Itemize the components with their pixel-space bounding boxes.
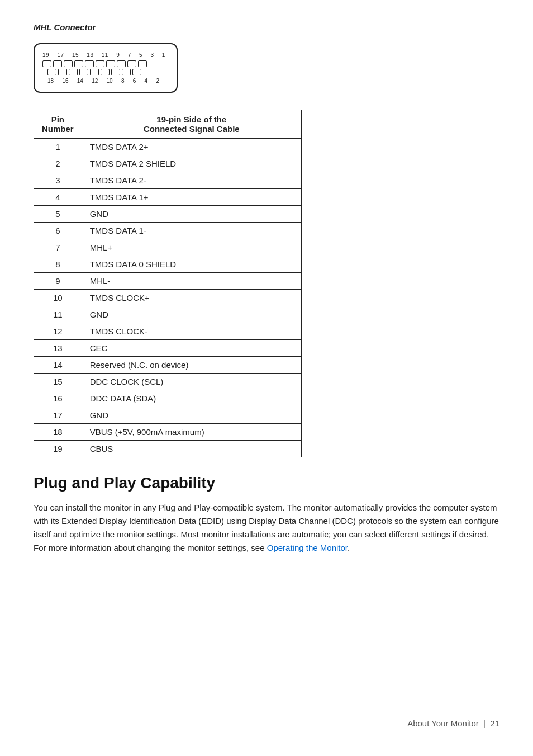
connector-top-labels: 19 17 15 13 11 9 7 5 3 1 xyxy=(42,52,165,58)
operating-monitor-link[interactable]: Operating the Monitor xyxy=(267,543,348,552)
table-row: 3TMDS DATA 2- xyxy=(34,172,302,189)
signal-name-cell: TMDS CLOCK+ xyxy=(82,290,301,306)
table-row: 4TMDS DATA 1+ xyxy=(34,189,302,206)
footer-pipe: | xyxy=(479,719,491,728)
col-pin-header: PinNumber xyxy=(34,110,82,139)
table-row: 10TMDS CLOCK+ xyxy=(34,290,302,306)
pin-slot xyxy=(138,60,147,67)
pin-number-cell: 9 xyxy=(34,273,82,290)
pin-table: PinNumber 19-pin Side of theConnected Si… xyxy=(34,110,302,457)
pin-number-cell: 18 xyxy=(34,424,82,441)
table-row: 14Reserved (N.C. on device) xyxy=(34,357,302,374)
signal-name-cell: TMDS CLOCK- xyxy=(82,323,301,340)
pin-slot xyxy=(79,69,88,75)
signal-name-cell: GND xyxy=(82,306,301,323)
pin-slot xyxy=(53,60,62,67)
pin-number-cell: 13 xyxy=(34,340,82,357)
table-row: 6TMDS DATA 1- xyxy=(34,223,302,239)
signal-name-cell: TMDS DATA 2- xyxy=(82,172,301,189)
table-row: 2TMDS DATA 2 SHIELD xyxy=(34,155,302,172)
table-row: 1TMDS DATA 2+ xyxy=(34,139,302,155)
plug-play-body: You can install the monitor in any Plug … xyxy=(34,501,499,555)
pin-slot xyxy=(42,60,51,67)
pin-number-cell: 8 xyxy=(34,256,82,273)
pin-number-cell: 2 xyxy=(34,155,82,172)
col-signal-header: 19-pin Side of theConnected Signal Cable xyxy=(82,110,301,139)
table-row: 13CEC xyxy=(34,340,302,357)
table-row: 16DDC DATA (SDA) xyxy=(34,390,302,407)
pin-number-cell: 3 xyxy=(34,172,82,189)
pin-slot xyxy=(64,60,73,67)
signal-name-cell: MHL+ xyxy=(82,239,301,256)
pin-number-cell: 10 xyxy=(34,290,82,306)
pin-number-cell: 5 xyxy=(34,206,82,223)
signal-name-cell: TMDS DATA 1- xyxy=(82,223,301,239)
pin-slot xyxy=(47,69,56,75)
pin-number-cell: 11 xyxy=(34,306,82,323)
signal-name-cell: TMDS DATA 2 SHIELD xyxy=(82,155,301,172)
signal-name-cell: MHL- xyxy=(82,273,301,290)
table-row: 5GND xyxy=(34,206,302,223)
pin-number-cell: 16 xyxy=(34,390,82,407)
pin-number-cell: 7 xyxy=(34,239,82,256)
table-row: 8TMDS DATA 0 SHIELD xyxy=(34,256,302,273)
page-number: 21 xyxy=(490,719,499,728)
table-row: 17GND xyxy=(34,407,302,424)
plug-play-section: Plug and Play Capability You can install… xyxy=(34,474,499,555)
signal-name-cell: TMDS DATA 0 SHIELD xyxy=(82,256,301,273)
signal-name-cell: DDC CLOCK (SCL) xyxy=(82,374,301,390)
pin-number-cell: 6 xyxy=(34,223,82,239)
signal-name-cell: TMDS DATA 2+ xyxy=(82,139,301,155)
table-row: 12TMDS CLOCK- xyxy=(34,323,302,340)
connector-bottom-row xyxy=(47,69,165,75)
pin-slot xyxy=(85,60,94,67)
pin-slot xyxy=(132,69,141,75)
plug-play-body-end: . xyxy=(348,543,350,552)
section-heading: MHL Connector xyxy=(34,22,499,32)
page-footer: About Your Monitor | 21 xyxy=(34,719,499,728)
connector-bottom-labels: 18 16 14 12 10 8 6 4 2 xyxy=(47,78,159,84)
pin-number-cell: 19 xyxy=(34,441,82,457)
table-row: 19CBUS xyxy=(34,441,302,457)
pin-slot xyxy=(74,60,83,67)
table-row: 18VBUS (+5V, 900mA maximum) xyxy=(34,424,302,441)
table-row: 9MHL- xyxy=(34,273,302,290)
signal-name-cell: TMDS DATA 1+ xyxy=(82,189,301,206)
pin-number-cell: 12 xyxy=(34,323,82,340)
connector-diagram: 19 17 15 13 11 9 7 5 3 1 xyxy=(34,43,499,93)
signal-name-cell: DDC DATA (SDA) xyxy=(82,390,301,407)
pin-slot xyxy=(111,69,120,75)
signal-name-cell: CBUS xyxy=(82,441,301,457)
plug-play-title: Plug and Play Capability xyxy=(34,474,499,492)
pin-number-cell: 14 xyxy=(34,357,82,374)
signal-name-cell: VBUS (+5V, 900mA maximum) xyxy=(82,424,301,441)
pin-number-cell: 17 xyxy=(34,407,82,424)
pin-slot xyxy=(127,60,136,67)
pin-slot xyxy=(101,69,110,75)
pin-slot xyxy=(96,60,104,67)
pin-slot xyxy=(69,69,78,75)
pin-slot xyxy=(117,60,126,67)
pin-slot xyxy=(122,69,131,75)
pin-slot xyxy=(58,69,67,75)
signal-name-cell: GND xyxy=(82,407,301,424)
pin-slot xyxy=(90,69,99,75)
pin-number-cell: 4 xyxy=(34,189,82,206)
signal-name-cell: Reserved (N.C. on device) xyxy=(82,357,301,374)
footer-label: About Your Monitor xyxy=(407,719,479,728)
table-row: 15DDC CLOCK (SCL) xyxy=(34,374,302,390)
pin-slot xyxy=(106,60,115,67)
connector-top-row xyxy=(42,60,165,67)
signal-name-cell: GND xyxy=(82,206,301,223)
signal-name-cell: CEC xyxy=(82,340,301,357)
pin-number-cell: 15 xyxy=(34,374,82,390)
connector-box: 19 17 15 13 11 9 7 5 3 1 xyxy=(34,43,178,93)
table-row: 7MHL+ xyxy=(34,239,302,256)
pin-number-cell: 1 xyxy=(34,139,82,155)
plug-play-body-text: You can install the monitor in any Plug … xyxy=(34,503,499,552)
table-row: 11GND xyxy=(34,306,302,323)
